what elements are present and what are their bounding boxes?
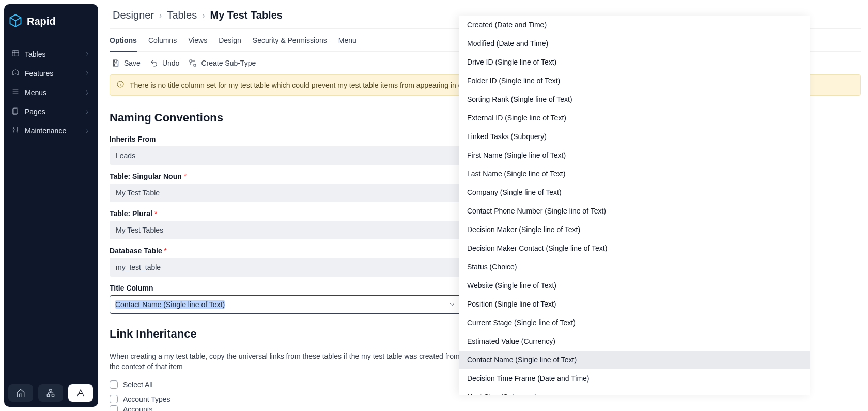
checkbox[interactable] [110,395,118,403]
svg-rect-8 [190,60,192,62]
tab-options[interactable]: Options [110,36,137,52]
sidebar-item-pages[interactable]: Pages [6,102,96,120]
title-column-combobox[interactable]: Contact Name (Single line of Text) [110,295,461,314]
sidebar-item-menus[interactable]: Menus [6,83,96,101]
dropdown-option[interactable]: Status (Choice) [459,257,810,276]
svg-rect-0 [12,51,19,56]
info-icon [116,80,125,90]
menus-icon [11,87,20,97]
dropdown-option[interactable]: Decision Time Frame (Date and Time) [459,369,810,388]
list-item[interactable]: Accounts [110,404,861,411]
singular-input[interactable] [110,184,461,202]
create-subtype-label: Create Sub-Type [201,59,256,67]
breadcrumb-current: My Test Tables [210,9,283,21]
sidebar-item-label: Tables [25,50,45,58]
dropdown-option[interactable]: Decision Maker Contact (Single line of T… [459,239,810,257]
inherits-label: Inherits From [110,135,461,143]
create-subtype-button[interactable]: Create Sub-Type [189,59,256,67]
chevron-right-icon [84,70,91,77]
sidebar-item-label: Maintenance [25,127,66,135]
save-button[interactable]: Save [112,59,141,67]
features-icon [11,68,20,78]
sidebar-item-tables[interactable]: Tables [6,45,96,63]
dropdown-option[interactable]: External ID (Single line of Text) [459,109,810,127]
checkbox-label: Account Types [123,395,171,403]
undo-label: Undo [162,59,179,67]
brand-name: Rapid [27,16,56,27]
plural-label: Table: Plural * [110,209,461,218]
dropdown-option[interactable]: Website (Single line of Text) [459,276,810,295]
plural-input[interactable] [110,221,461,239]
svg-rect-9 [194,64,196,66]
title-column-label: Title Column [110,284,461,292]
list-item[interactable]: Account Types [110,394,861,404]
svg-point-4 [17,130,18,132]
warning-text: There is no title column set for my test… [130,81,516,89]
sidebar-item-maintenance[interactable]: Maintenance [6,121,96,140]
dropdown-option[interactable]: Contact Name (Single line of Text) [459,351,810,369]
dropdown-option[interactable]: Drive ID (Single line of Text) [459,53,810,71]
sidebar-nav: Tables Features Menus Pages Maintenance [4,42,98,141]
breadcrumb-sep: › [202,11,205,20]
db-input[interactable] [110,258,461,277]
tables-icon [11,49,20,59]
dropdown-option[interactable]: Sorting Rank (Single line of Text) [459,90,810,109]
tab-design[interactable]: Design [219,36,241,51]
dropdown-option[interactable]: Contact Phone Number (Single line of Tex… [459,202,810,220]
undo-button[interactable]: Undo [150,59,179,67]
inherits-input[interactable] [110,146,461,165]
dropdown-option[interactable]: Last Name (Single line of Text) [459,164,810,183]
sidebar: Rapid Tables Features Menus Pages Mainte… [4,4,98,407]
breadcrumb-tables[interactable]: Tables [167,9,197,21]
tab-security[interactable]: Security & Permissions [253,36,327,51]
chevron-right-icon [84,89,91,96]
breadcrumb-sep: › [159,11,162,20]
designer-button[interactable] [68,384,93,402]
checkbox[interactable] [110,405,118,411]
dropdown-option[interactable]: Company (Single line of Text) [459,183,810,202]
dropdown-option[interactable]: First Name (Single line of Text) [459,146,810,164]
sidebar-item-label: Menus [25,88,47,97]
dropdown-option[interactable]: Decision Maker (Single line of Text) [459,220,810,239]
sidebar-item-features[interactable]: Features [6,64,96,82]
breadcrumb-designer[interactable]: Designer [113,9,154,21]
home-button[interactable] [8,384,33,402]
sitemap-button[interactable] [38,384,63,402]
tab-views[interactable]: Views [188,36,207,51]
dropdown-option[interactable]: Folder ID (Single line of Text) [459,71,810,90]
select-all-checkbox[interactable] [110,380,118,389]
select-all-label: Select All [123,380,153,389]
dropdown-option[interactable]: Next Step (Subquery) [459,388,810,395]
chevron-right-icon [84,108,91,115]
dropdown-option[interactable]: Modified (Date and Time) [459,34,810,53]
sidebar-item-label: Features [25,69,53,78]
brand-logo-icon [8,13,23,29]
dropdown-option[interactable]: Linked Tasks (Subquery) [459,127,810,146]
dropdown-option[interactable]: Created (Date and Time) [459,16,810,34]
title-column-value: Contact Name (Single line of Text) [115,300,225,309]
svg-rect-5 [50,389,52,391]
maintenance-icon [11,126,20,135]
tab-columns[interactable]: Columns [148,36,177,51]
sidebar-item-label: Pages [25,108,45,116]
link-checklist: Account TypesAccountsAnswersAsset Briefs… [110,394,861,411]
brand: Rapid [4,4,98,42]
link-help-text: When creating a my test table, copy the … [110,351,461,372]
svg-rect-6 [47,394,50,397]
dropdown-option[interactable]: Current Stage (Single line of Text) [459,313,810,332]
dropdown-option[interactable]: Estimated Value (Currency) [459,332,810,351]
svg-rect-7 [52,394,54,397]
checkbox-label: Accounts [123,405,153,411]
sidebar-footer [8,384,94,402]
title-column-dropdown[interactable]: Created (Date and Time)Modified (Date an… [459,16,810,395]
dropdown-option[interactable]: Position (Single line of Text) [459,295,810,313]
chevron-right-icon [84,51,91,58]
singular-label: Table: Singular Noun * [110,172,461,180]
pages-icon [11,106,20,116]
tab-menu[interactable]: Menu [338,36,357,51]
chevron-right-icon [84,127,91,134]
db-label: Database Table * [110,247,461,255]
save-label: Save [124,59,141,67]
